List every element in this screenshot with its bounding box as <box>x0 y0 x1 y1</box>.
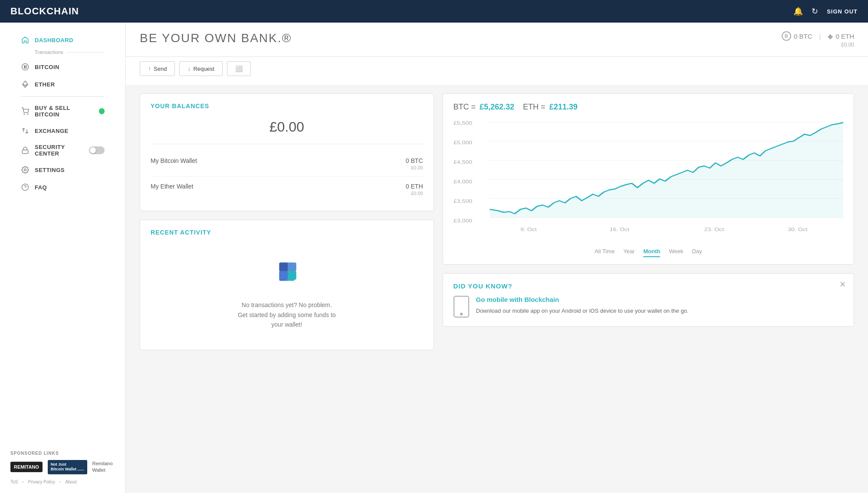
eth-price: ETH = £211.39 <box>523 103 578 112</box>
price-chart: £5,500 £5,000 £4,500 £4,000 £3,500 £3,00… <box>454 116 844 238</box>
about-link[interactable]: About <box>66 480 77 484</box>
copy-button[interactable]: ⬜ <box>227 61 251 76</box>
tos-link[interactable]: ToS <box>10 480 18 484</box>
exchange-icon <box>21 126 30 135</box>
sidebar-item-bitcoin[interactable]: BITCOIN <box>10 58 115 76</box>
sidebar-label-bitcoin: BITCOIN <box>35 64 59 70</box>
sponsor-remitano-logo[interactable]: REMITANO <box>10 462 43 472</box>
sidebar-divider-1 <box>21 96 105 97</box>
svg-text:£4,000: £4,000 <box>454 179 472 184</box>
ether-wallet-row: My Ether Wallet 0 ETH £0.00 <box>151 177 423 202</box>
eth-amount: 0 ETH <box>835 33 854 40</box>
sidebar-item-security[interactable]: SECURITY CENTER <box>10 139 115 161</box>
sponsor-bitcoin-wallet-logo[interactable]: Not Just Bitcoin Wallet ...... <box>48 460 87 474</box>
main-content: BE YOUR OWN BANK.® B 0 BTC | ◆ 0 ETH £0.… <box>126 23 868 493</box>
toggle-thumb <box>90 147 96 153</box>
sidebar-label-faq: FAQ <box>35 184 47 191</box>
eth-balance-item: ◆ 0 ETH <box>828 32 854 40</box>
activity-empty-state: No transactions yet? No problem. Get sta… <box>140 241 434 350</box>
toggle-track <box>89 146 105 154</box>
eth-symbol-icon: ◆ <box>828 32 833 40</box>
right-column: BTC = £5,262.32 ETH = £211.39 <box>443 93 855 350</box>
svg-text:23. Oct: 23. Oct <box>704 227 724 232</box>
chart-prices: BTC = £5,262.32 ETH = £211.39 <box>454 103 844 112</box>
tab-day[interactable]: Day <box>692 248 702 257</box>
ether-wallet-name: My Ether Wallet <box>151 183 193 190</box>
header-total-balance: £0.00 <box>782 42 854 48</box>
action-bar: ↑ Send ↓ Request ⬜ <box>126 57 868 85</box>
sidebar-bottom: SPONSORED LINKS REMITANO Not Just Bitcoi… <box>0 442 125 493</box>
request-button[interactable]: ↓ Request <box>179 61 222 76</box>
svg-point-3 <box>24 114 25 115</box>
content-grid: YOUR BALANCES £0.00 My Bitcoin Wallet 0 … <box>126 85 868 359</box>
svg-point-4 <box>27 114 28 115</box>
btc-amount: 0 BTC <box>794 33 812 40</box>
sidebar-item-buy-sell[interactable]: BUY & SELL BITCOIN <box>10 100 115 122</box>
balances-card: YOUR BALANCES £0.00 My Bitcoin Wallet 0 … <box>140 93 434 211</box>
signout-button[interactable]: SIGN OUT <box>827 8 858 15</box>
dyk-header: DID YOU KNOW? <box>454 282 844 290</box>
sidebar-label-buy-sell: BUY & SELL BITCOIN <box>35 105 94 118</box>
buy-sell-badge <box>99 108 105 114</box>
dyk-link[interactable]: Go mobile with Blockchain <box>476 296 689 303</box>
close-icon[interactable]: ✕ <box>839 280 846 289</box>
svg-text:£3,500: £3,500 <box>454 199 472 204</box>
logo: BLOCKCHAIN <box>10 6 79 17</box>
sidebar-item-faq[interactable]: FAQ <box>10 179 115 196</box>
svg-text:30. Oct: 30. Oct <box>788 227 808 232</box>
sidebar-nav: DASHBOARD Transactions BITCOIN ETHER <box>0 23 125 200</box>
sponsored-label: SPONSORED LINKS <box>10 451 115 456</box>
faq-icon <box>21 183 30 192</box>
notification-icon[interactable]: 🔔 <box>793 7 803 16</box>
header-bar: BE YOUR OWN BANK.® B 0 BTC | ◆ 0 ETH £0.… <box>126 23 868 57</box>
refresh-icon[interactable]: ↻ <box>812 7 818 16</box>
sidebar-item-dashboard[interactable]: DASHBOARD <box>10 31 115 49</box>
ether-wallet-crypto: 0 ETH <box>406 183 423 190</box>
sidebar-label-security: SECURITY CENTER <box>35 144 84 157</box>
svg-text:£5,000: £5,000 <box>454 140 472 145</box>
cart-icon <box>21 107 30 116</box>
send-icon: ↑ <box>148 65 151 72</box>
request-icon: ↓ <box>187 65 191 72</box>
home-icon <box>21 36 30 44</box>
tab-all-time[interactable]: All Time <box>595 248 615 257</box>
sidebar-label-settings: SETTINGS <box>35 167 65 173</box>
top-nav: BLOCKCHAIN 🔔 ↻ SIGN OUT <box>0 0 868 23</box>
svg-rect-13 <box>288 263 296 271</box>
header-balances: B 0 BTC | ◆ 0 ETH £0.00 <box>782 31 854 48</box>
svg-rect-12 <box>279 263 288 271</box>
balances-card-body: £0.00 My Bitcoin Wallet 0 BTC £0.00 My E… <box>140 115 434 211</box>
sidebar-item-exchange[interactable]: EXCHANGE <box>10 122 115 139</box>
sidebar-label-ether: ETHER <box>35 81 55 88</box>
security-toggle[interactable] <box>89 146 105 154</box>
svg-text:16. Oct: 16. Oct <box>609 227 629 232</box>
svg-text:£4,500: £4,500 <box>454 159 472 165</box>
dyk-content: Go mobile with Blockchain Download our m… <box>454 296 844 318</box>
bitcoin-wallet-amounts: 0 BTC £0.00 <box>406 157 423 170</box>
ether-wallet-amounts: 0 ETH £0.00 <box>406 183 423 196</box>
ether-wallet-fiat: £0.00 <box>406 191 423 196</box>
sponsor-remitano-text: Remitano Wallet <box>92 460 113 474</box>
activity-card: RECENT ACTIVITY <box>140 220 434 350</box>
svg-text:9. Oct: 9. Oct <box>520 227 537 232</box>
sidebar-item-ether[interactable]: ETHER <box>10 76 115 93</box>
btc-price: BTC = £5,262.32 <box>454 103 515 112</box>
tab-year[interactable]: Year <box>623 248 635 257</box>
svg-point-6 <box>24 169 26 171</box>
sidebar: DASHBOARD Transactions BITCOIN ETHER <box>0 23 126 493</box>
settings-icon <box>21 165 30 174</box>
left-column: YOUR BALANCES £0.00 My Bitcoin Wallet 0 … <box>140 93 434 350</box>
page-tagline: BE YOUR OWN BANK.® <box>140 31 292 45</box>
send-button[interactable]: ↑ Send <box>140 61 175 76</box>
sidebar-label-dashboard: DASHBOARD <box>35 37 73 43</box>
svg-text:£3,000: £3,000 <box>454 218 472 223</box>
activity-empty-text: No transactions yet? No problem. Get sta… <box>238 300 336 329</box>
phone-icon <box>454 296 469 318</box>
tab-month[interactable]: Month <box>643 248 660 257</box>
tab-week[interactable]: Week <box>669 248 683 257</box>
chart-tabs: All Time Year Month Week Day <box>443 244 854 264</box>
sidebar-item-settings[interactable]: SETTINGS <box>10 161 115 179</box>
bitcoin-wallet-crypto: 0 BTC <box>406 157 423 164</box>
privacy-link[interactable]: Privacy Policy <box>28 480 55 484</box>
top-nav-actions: 🔔 ↻ SIGN OUT <box>793 7 858 16</box>
